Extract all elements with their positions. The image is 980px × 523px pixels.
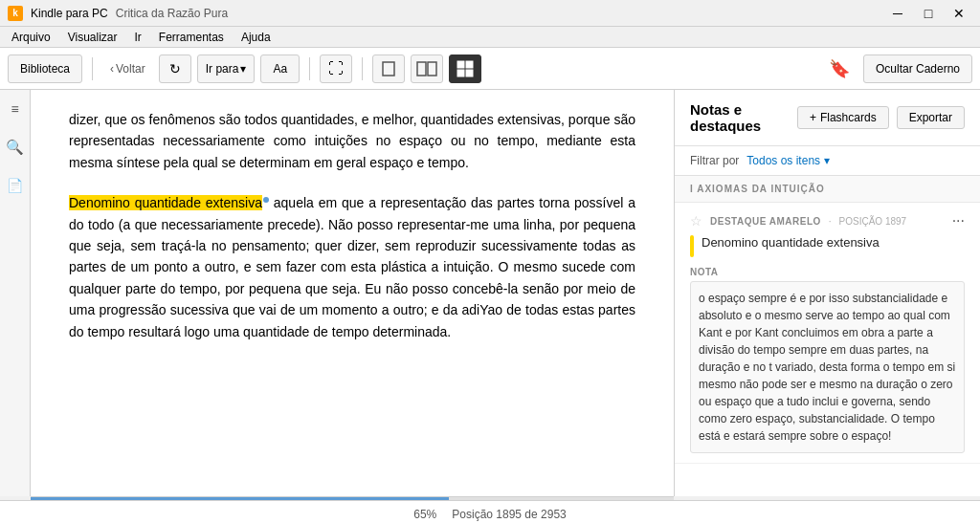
grid-view-button[interactable] [449,54,481,83]
book-title-bar: Critica da Razão Pura [116,7,228,20]
grid-view-icon [457,60,474,77]
content-paragraph-1: dizer, que os fenômenos são todos quanti… [69,109,635,173]
svg-rect-6 [466,70,473,76]
flashcards-plus-icon: + [810,111,816,124]
fullscreen-button[interactable]: ⛶ [320,54,352,83]
nav-dropdown[interactable]: Ir para ▾ [197,54,256,83]
bookmark-icon[interactable]: 🔖 [829,58,850,79]
left-sidebar: ≡ 🔍 📄 [0,90,31,496]
svg-rect-4 [466,61,473,68]
filter-label: Filtrar por [690,154,739,167]
right-panel-actions: + Flashcards Exportar [797,106,965,129]
progress-bar-fill [31,497,449,500]
app-name: Kindle para PC [31,7,108,20]
hide-notebook-button[interactable]: Ocultar Caderno [863,54,972,83]
yellow-bar [690,235,694,257]
content-paragraph-2: Denomino quantidade extensiva aquela em … [69,192,635,342]
right-panel: Notas e destaques + Flashcards Exportar … [674,90,980,496]
right-panel-header: Notas e destaques + Flashcards Exportar [675,90,980,146]
zoom-level: 65% [413,508,436,521]
highlight-text: Denomino quantidade extensiva [702,235,880,250]
section-header: I AXIOMAS DA INTUIÇÃO [675,176,980,203]
titlebar-left: k Kindle para PC Critica da Razão Pura [8,6,228,21]
menu-ajuda[interactable]: Ajuda [234,29,278,46]
flashcards-button[interactable]: + Flashcards [797,106,889,129]
single-page-button[interactable] [372,54,405,83]
font-button[interactable]: Aa [260,54,300,83]
svg-rect-3 [457,61,464,68]
highlight-row: Denomino quantidade extensiva [690,235,965,257]
progress-bar-container [31,496,674,500]
minimize-button[interactable]: ─ [884,4,911,23]
menu-arquivo[interactable]: Arquivo [4,29,58,46]
separator-dot: · [829,216,832,227]
position-text: Posição 1895 de 2953 [452,508,566,521]
highlight-type: DESTAQUE AMARELO [710,216,821,227]
back-label: Voltar [116,62,145,76]
notes-title: Notas e destaques [690,101,797,134]
note-text: o espaço sempre é e por isso substancial… [690,281,965,453]
close-button[interactable]: ✕ [946,4,972,23]
svg-rect-0 [383,62,394,76]
two-page-button[interactable] [411,54,443,83]
menubar: Arquivo Visualizar Ir Ferramentas Ajuda [0,27,980,48]
separator-1 [92,57,93,80]
restore-button[interactable]: □ [915,4,942,23]
filter-value: Todos os itens [746,154,820,167]
filter-dropdown[interactable]: Todos os itens ▾ [746,154,830,167]
star-icon[interactable]: ☆ [690,213,702,229]
separator-2 [309,57,310,80]
note-dot [263,197,269,203]
note-section: NOTA o espaço sempre é e por isso substa… [690,267,965,453]
back-button[interactable]: ‹ Voltar [102,58,153,79]
menu-ferramentas[interactable]: Ferramentas [151,29,232,46]
svg-rect-5 [457,70,464,76]
sidebar-bookmarks-icon[interactable]: 📄 [4,174,27,197]
menu-visualizar[interactable]: Visualizar [60,29,125,46]
filter-bar: Filtrar por Todos os itens ▾ [675,146,980,176]
two-page-icon [416,60,437,77]
sidebar-menu-icon[interactable]: ≡ [4,98,27,120]
statusbar: 65% Posição 1895 de 2953 [0,500,980,523]
separator-3 [362,57,363,80]
highlight-position: POSIÇÃO 1897 [839,216,907,227]
menu-ir[interactable]: Ir [127,29,149,46]
svg-rect-1 [417,62,426,76]
more-options-button[interactable]: ··· [952,212,965,229]
nav-label: Ir para [206,62,239,76]
highlight-meta-left: ☆ DESTAQUE AMARELO · POSIÇÃO 1897 [690,213,906,229]
highlighted-text: Denomino quantidade extensiva [69,195,262,210]
highlight-meta: ☆ DESTAQUE AMARELO · POSIÇÃO 1897 ··· [690,212,965,229]
book-content: dizer, que os fenômenos são todos quanti… [31,90,674,496]
sidebar-search-icon[interactable]: 🔍 [4,136,27,159]
toolbar: Biblioteca ‹ Voltar ↻ Ir para ▾ Aa ⛶ 🔖 O… [0,48,980,90]
app-logo: k [8,6,23,21]
note-label: NOTA [690,267,965,277]
svg-rect-2 [428,62,436,76]
single-page-icon [380,60,397,77]
export-button[interactable]: Exportar [897,106,965,129]
flashcards-label: Flashcards [820,111,877,124]
refresh-button[interactable]: ↻ [159,54,191,83]
biblioteca-button[interactable]: Biblioteca [8,54,82,83]
nav-dropdown-chevron: ▾ [240,62,246,76]
main-area: ≡ 🔍 📄 dizer, que os fenômenos são todos … [0,90,980,496]
highlight-entry: ☆ DESTAQUE AMARELO · POSIÇÃO 1897 ··· De… [675,203,980,464]
window-controls: ─ □ ✕ [884,4,972,23]
filter-chevron-icon: ▾ [824,154,830,167]
titlebar: k Kindle para PC Critica da Razão Pura ─… [0,0,980,27]
back-chevron: ‹ [110,62,114,76]
